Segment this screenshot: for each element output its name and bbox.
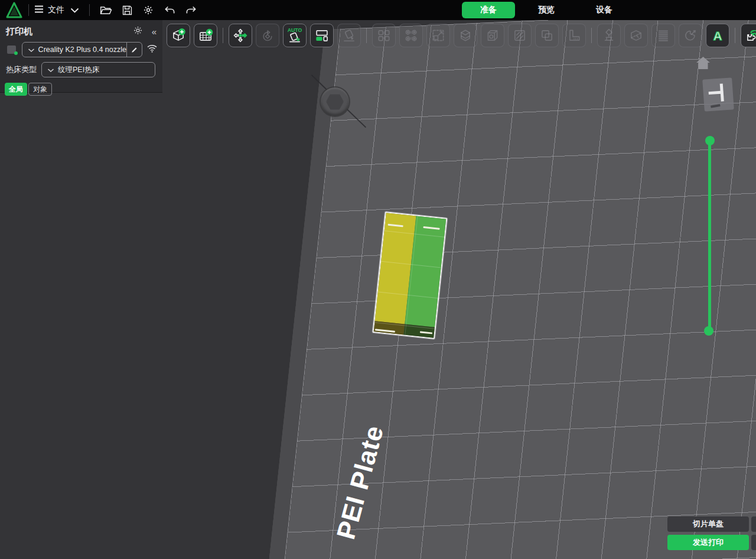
bed-type-select[interactable]: 纹理PEI热床 — [41, 62, 155, 77]
collapse-panel-icon[interactable]: « — [152, 27, 155, 36]
creality-logo — [5, 2, 23, 18]
plugin-icon — [745, 28, 756, 43]
tab-device[interactable]: 设备 — [578, 2, 631, 18]
cut-icon — [628, 28, 644, 43]
pencil-icon — [131, 46, 138, 54]
plate-marker[interactable] — [702, 77, 734, 111]
clone-array-icon — [376, 28, 392, 43]
text-tool-icon: A — [709, 27, 726, 44]
split-layers-icon — [458, 28, 473, 43]
add-plate-icon — [198, 28, 213, 43]
scale-icon — [431, 28, 446, 43]
measure-handle-bottom[interactable] — [704, 326, 713, 336]
section-view-button — [508, 24, 532, 47]
split-layers-button — [454, 24, 477, 47]
clone-array-button — [372, 24, 396, 47]
printer-icon — [6, 44, 18, 56]
lay-on-face-icon — [341, 28, 357, 43]
boolean-merge-button — [535, 24, 559, 47]
tab-objects[interactable]: 对象 — [28, 83, 52, 96]
pattern-fill-icon — [403, 28, 419, 43]
support-icon — [601, 28, 617, 43]
printer-name: Creality K2 Plus 0.4 nozzle — [38, 46, 126, 54]
add-model-icon — [171, 28, 186, 43]
bed-type-label: 热床类型 — [6, 64, 37, 75]
save-icon — [122, 5, 132, 15]
tab-global[interactable]: 全局 — [5, 83, 27, 96]
auto-arrange-button[interactable] — [310, 24, 334, 47]
move-tool-button[interactable] — [229, 24, 252, 47]
folder-open-icon — [100, 5, 112, 15]
rotate-tool-button — [256, 24, 279, 47]
redo-arrow-icon — [185, 5, 197, 15]
bed-type-value: 纹理PEI热床 — [58, 65, 99, 75]
file-menu[interactable]: 文件 — [34, 5, 64, 15]
color-paint-icon — [683, 28, 698, 43]
top-bar: 文件 准备 预览 设备 — [0, 0, 756, 20]
viewport-3d[interactable]: PEI Plate — [0, 20, 756, 559]
redo-button[interactable] — [183, 2, 198, 18]
home-view-icon[interactable] — [695, 56, 711, 73]
plate-bolt — [321, 87, 349, 116]
chevron-down-icon — [28, 44, 35, 55]
add-plate-button[interactable] — [194, 24, 217, 47]
panel-title: 打印机 — [6, 26, 133, 37]
tab-prepare[interactable]: 准备 — [462, 2, 515, 18]
add-model-button[interactable] — [167, 24, 190, 47]
text-tool-button[interactable]: A — [706, 24, 729, 47]
tab-preview[interactable]: 预览 — [520, 2, 573, 18]
layer-list-button — [651, 24, 675, 47]
measure-line[interactable] — [708, 141, 711, 331]
printer-panel: 打印机 « Creality K2 Plus 0.4 nozzle — [0, 20, 162, 93]
undo-arrow-icon — [164, 5, 175, 15]
chevron-down-icon — [47, 64, 54, 75]
rotate-icon — [260, 28, 275, 43]
save-button[interactable] — [119, 2, 135, 18]
measure-icon — [566, 28, 582, 43]
printer-select[interactable]: Creality K2 Plus 0.4 nozzle — [22, 42, 142, 57]
support-button — [597, 24, 621, 47]
send-print-button[interactable]: 发送打印 — [667, 535, 749, 550]
print-options-dropdown[interactable] — [751, 535, 756, 550]
scale-tool-button — [426, 24, 450, 47]
lay-on-face-button — [337, 24, 361, 47]
undo-button[interactable] — [162, 2, 177, 18]
plugin-button[interactable] — [741, 24, 756, 47]
printer-settings-gear-icon[interactable] — [133, 25, 143, 38]
section-view-icon — [512, 28, 527, 43]
hollow-button — [481, 24, 504, 47]
pattern-fill-button — [399, 24, 423, 47]
color-paint-button — [679, 24, 702, 47]
measure-handle-top[interactable] — [705, 136, 715, 145]
svg-text:AUTO: AUTO — [288, 27, 302, 33]
open-file-button[interactable] — [98, 2, 113, 18]
workspace-tabs: 准备 预览 设备 — [462, 0, 631, 20]
file-menu-chevron-icon[interactable] — [70, 5, 79, 15]
svg-text:A: A — [713, 29, 722, 43]
measure-tool-button — [562, 24, 586, 47]
settings-button[interactable] — [141, 2, 156, 18]
auto-orient-icon: AUTO — [286, 27, 303, 44]
edit-printer-button[interactable] — [126, 43, 142, 57]
move-icon — [233, 28, 248, 43]
file-menu-label: 文件 — [48, 5, 64, 15]
model-object[interactable] — [372, 212, 447, 339]
layer-list-icon — [656, 28, 671, 43]
hollow-icon — [485, 28, 500, 43]
slice-options-dropdown[interactable] — [751, 516, 756, 532]
wifi-icon[interactable] — [146, 44, 158, 56]
hamburger-icon — [34, 5, 44, 15]
boolean-merge-icon — [539, 28, 555, 43]
gear-icon — [143, 5, 154, 15]
auto-arrange-icon — [314, 28, 330, 43]
cut-button — [624, 24, 648, 47]
auto-orient-button[interactable]: AUTO — [283, 24, 307, 47]
slice-plate-button[interactable]: 切片单盘 — [667, 516, 749, 532]
